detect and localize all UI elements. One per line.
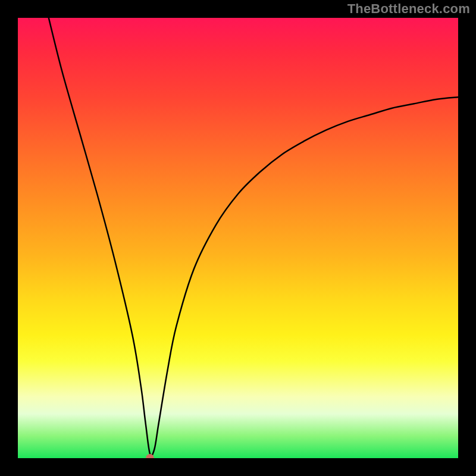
plot-area [18,18,458,458]
chart-frame: TheBottleneck.com [0,0,476,476]
watermark-text: TheBottleneck.com [347,1,470,17]
optimal-point-marker [146,454,154,458]
bottleneck-curve [18,18,458,458]
